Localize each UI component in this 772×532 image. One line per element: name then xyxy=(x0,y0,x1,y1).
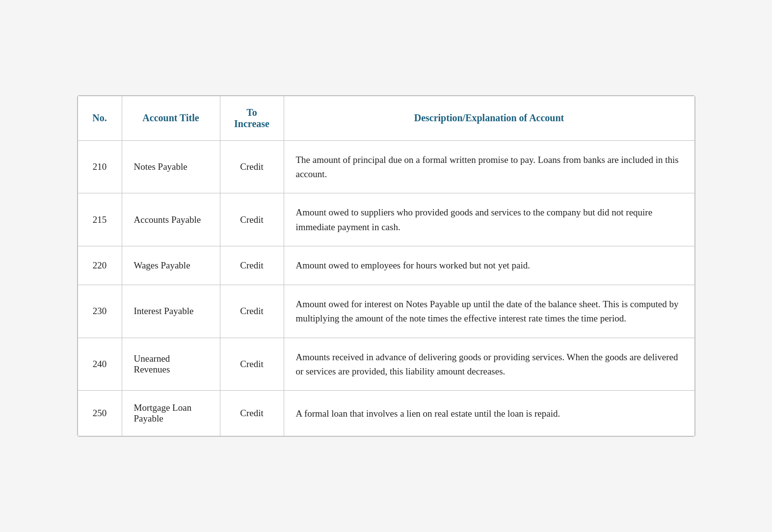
cell-description: The amount of principal due on a formal … xyxy=(284,140,694,193)
header-to-increase: To Increase xyxy=(220,96,284,140)
header-no: No. xyxy=(78,96,122,140)
cell-no: 215 xyxy=(78,193,122,246)
cell-to-increase: Credit xyxy=(220,285,284,338)
cell-account-title: Accounts Payable xyxy=(122,193,220,246)
cell-account-title: Notes Payable xyxy=(122,140,220,193)
cell-description: Amounts received in advance of deliverin… xyxy=(284,338,694,391)
cell-account-title: Mortgage Loan Payable xyxy=(122,391,220,436)
cell-no: 240 xyxy=(78,338,122,391)
table-header-row: No. Account Title To Increase Descriptio… xyxy=(78,96,694,140)
cell-account-title: Interest Payable xyxy=(122,285,220,338)
cell-description: Amount owed to employees for hours worke… xyxy=(284,246,694,285)
cell-no: 210 xyxy=(78,140,122,193)
main-table-container: No. Account Title To Increase Descriptio… xyxy=(77,95,695,437)
table-row: 230Interest PayableCreditAmount owed for… xyxy=(78,285,694,338)
table-row: 210Notes PayableCreditThe amount of prin… xyxy=(78,140,694,193)
cell-to-increase: Credit xyxy=(220,246,284,285)
table-row: 250Mortgage Loan PayableCreditA formal l… xyxy=(78,391,694,436)
header-description: Description/Explanation of Account xyxy=(284,96,694,140)
cell-description: A formal loan that involves a lien on re… xyxy=(284,391,694,436)
cell-account-title: Unearned Revenues xyxy=(122,338,220,391)
cell-no: 250 xyxy=(78,391,122,436)
cell-account-title: Wages Payable xyxy=(122,246,220,285)
table-row: 240Unearned RevenuesCreditAmounts receiv… xyxy=(78,338,694,391)
cell-to-increase: Credit xyxy=(220,193,284,246)
table-row: 215Accounts PayableCreditAmount owed to … xyxy=(78,193,694,246)
accounts-table: No. Account Title To Increase Descriptio… xyxy=(78,96,695,437)
cell-no: 220 xyxy=(78,246,122,285)
cell-to-increase: Credit xyxy=(220,391,284,436)
cell-no: 230 xyxy=(78,285,122,338)
header-account-title: Account Title xyxy=(122,96,220,140)
table-row: 220Wages PayableCreditAmount owed to emp… xyxy=(78,246,694,285)
cell-description: Amount owed to suppliers who provided go… xyxy=(284,193,694,246)
cell-description: Amount owed for interest on Notes Payabl… xyxy=(284,285,694,338)
cell-to-increase: Credit xyxy=(220,140,284,193)
cell-to-increase: Credit xyxy=(220,338,284,391)
